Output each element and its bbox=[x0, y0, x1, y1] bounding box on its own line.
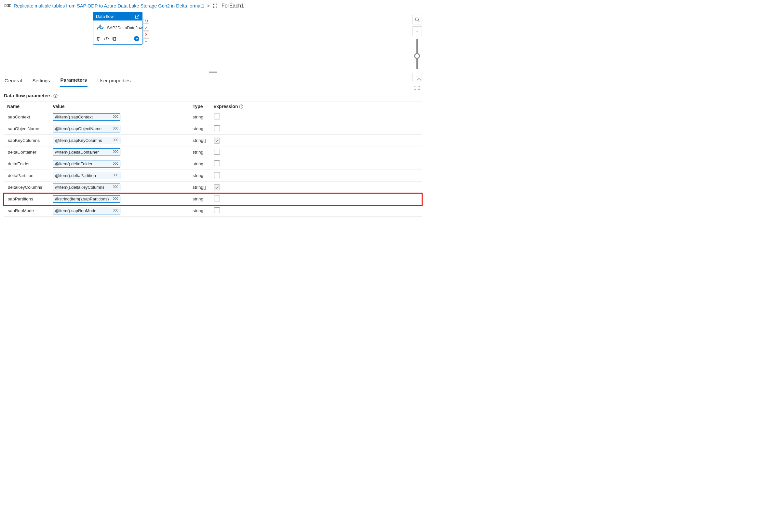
svg-rect-43 bbox=[115, 209, 116, 211]
svg-rect-33 bbox=[113, 174, 114, 176]
activity-card-footer bbox=[93, 34, 142, 44]
svg-rect-17 bbox=[241, 106, 241, 108]
search-icon[interactable] bbox=[412, 15, 422, 24]
zoom-in-icon[interactable]: + bbox=[412, 26, 422, 36]
param-value-text: @item().deltaFolder bbox=[55, 161, 92, 166]
success-handle-icon[interactable]: ✓ bbox=[143, 25, 149, 31]
param-value-cell: @string(item().sapPartitions) bbox=[53, 195, 193, 203]
svg-rect-27 bbox=[113, 151, 114, 153]
expression-checkbox[interactable] bbox=[214, 172, 220, 178]
section-title: Data flow parameters bbox=[4, 93, 422, 98]
svg-rect-38 bbox=[117, 186, 118, 188]
activity-card-body: SAP2DeltaDataflow bbox=[93, 20, 142, 34]
param-value-input[interactable]: @item().sapRunMode bbox=[53, 207, 120, 214]
svg-rect-25 bbox=[115, 139, 116, 141]
svg-rect-14 bbox=[55, 95, 56, 97]
param-value-input[interactable]: @item().deltaKeyColumns bbox=[53, 183, 120, 191]
param-expression-cell bbox=[213, 113, 240, 120]
param-value-input[interactable]: @item().deltaContainer bbox=[53, 148, 120, 156]
table-row: deltaKeyColumns@item().deltaKeyColumnsst… bbox=[4, 181, 422, 193]
param-value-input[interactable]: @item().deltaPartition bbox=[53, 172, 120, 179]
param-value-input[interactable]: @string(item().sapPartitions) bbox=[53, 195, 120, 203]
expression-checkbox[interactable] bbox=[214, 113, 220, 119]
info-icon[interactable] bbox=[239, 105, 243, 109]
activity-name-label: SAP2DeltaDataflow bbox=[107, 26, 143, 30]
activity-output-handles: ✓ ✕ → bbox=[143, 18, 149, 44]
tab-parameters[interactable]: Parameters bbox=[60, 76, 88, 87]
zoom-thumb[interactable] bbox=[414, 53, 420, 59]
param-type: string bbox=[193, 161, 213, 166]
parameters-pane: Data flow parameters Name Value Type Exp… bbox=[0, 87, 426, 217]
zoom-slider[interactable] bbox=[416, 39, 418, 69]
info-icon[interactable] bbox=[53, 94, 58, 98]
expression-checkbox[interactable] bbox=[214, 207, 220, 213]
param-value-text: @item().deltaContainer bbox=[55, 150, 99, 155]
param-value-text: @item().sapObjectName bbox=[55, 126, 102, 131]
dynamic-content-icon[interactable] bbox=[113, 114, 118, 119]
section-title-text: Data flow parameters bbox=[4, 93, 52, 98]
tab-user-properties[interactable]: User properties bbox=[97, 77, 132, 86]
svg-rect-3 bbox=[213, 4, 214, 5]
param-name: deltaFolder bbox=[7, 161, 53, 166]
expression-checkbox[interactable] bbox=[214, 125, 220, 131]
svg-rect-4 bbox=[213, 7, 214, 8]
dynamic-content-icon[interactable] bbox=[113, 185, 118, 190]
undo-handle-icon[interactable] bbox=[143, 18, 149, 24]
tab-settings[interactable]: Settings bbox=[32, 77, 50, 86]
svg-rect-30 bbox=[113, 162, 114, 165]
breadcrumb-link-pipeline[interactable]: Replicate multiple tables from SAP ODP t… bbox=[14, 3, 204, 9]
param-value-text: @item().deltaKeyColumns bbox=[55, 185, 105, 190]
param-expression-cell bbox=[213, 149, 240, 156]
activity-card-header: Data flow bbox=[93, 12, 142, 20]
dynamic-content-icon[interactable] bbox=[113, 150, 118, 155]
svg-rect-26 bbox=[117, 139, 118, 141]
dynamic-content-icon[interactable] bbox=[113, 161, 118, 166]
code-icon[interactable] bbox=[104, 36, 109, 41]
svg-rect-20 bbox=[117, 115, 118, 118]
param-value-cell: @item().sapRunMode bbox=[53, 207, 193, 214]
svg-rect-2 bbox=[10, 4, 11, 7]
dynamic-content-icon[interactable] bbox=[113, 138, 118, 143]
activity-type-label: Data flow bbox=[96, 14, 113, 19]
param-value-input[interactable]: @item().sapContext bbox=[53, 113, 120, 121]
parameters-table: Name Value Type Expression sapContext@it… bbox=[4, 102, 422, 217]
svg-rect-39 bbox=[113, 198, 114, 200]
svg-rect-31 bbox=[115, 162, 116, 165]
delete-icon[interactable] bbox=[96, 36, 101, 41]
param-expression-cell bbox=[213, 138, 240, 143]
param-expression-cell bbox=[213, 125, 240, 132]
param-value-input[interactable]: @item().deltaFolder bbox=[53, 160, 120, 168]
dynamic-content-icon[interactable] bbox=[113, 126, 118, 131]
table-row: sapContext@item().sapContextstring bbox=[4, 111, 422, 123]
failure-handle-icon[interactable]: ✕ bbox=[143, 32, 149, 37]
col-header-expression: Expression bbox=[213, 104, 240, 109]
svg-rect-44 bbox=[117, 209, 118, 211]
table-header: Name Value Type Expression bbox=[4, 102, 422, 111]
svg-rect-21 bbox=[113, 127, 114, 130]
chevron-up-icon[interactable] bbox=[417, 77, 421, 82]
canvas-area[interactable]: Data flow SAP2DeltaDataflow bbox=[0, 12, 426, 71]
dataflow-activity-card[interactable]: Data flow SAP2DeltaDataflow bbox=[93, 12, 142, 45]
dynamic-content-icon[interactable] bbox=[113, 173, 118, 178]
expression-checkbox[interactable] bbox=[214, 196, 220, 202]
dynamic-content-icon[interactable] bbox=[113, 197, 118, 202]
completion-handle-icon[interactable]: → bbox=[143, 38, 149, 44]
expression-checkbox bbox=[214, 138, 220, 143]
expression-checkbox bbox=[214, 184, 220, 190]
svg-point-16 bbox=[241, 105, 241, 106]
expression-checkbox[interactable] bbox=[214, 149, 220, 155]
param-value-cell: @item().deltaPartition bbox=[53, 172, 193, 179]
expression-checkbox[interactable] bbox=[214, 160, 220, 166]
arrow-right-icon[interactable] bbox=[134, 36, 139, 42]
svg-rect-41 bbox=[117, 198, 118, 200]
copy-icon[interactable] bbox=[112, 36, 117, 41]
param-type: string[] bbox=[193, 185, 213, 190]
param-value-input[interactable]: @item().sapKeyColumns bbox=[53, 137, 120, 144]
open-external-icon[interactable] bbox=[135, 14, 139, 19]
tab-general[interactable]: General bbox=[4, 77, 22, 86]
param-value-text: @item().deltaPartition bbox=[55, 173, 96, 178]
dynamic-content-icon[interactable] bbox=[113, 208, 118, 213]
param-value-input[interactable]: @item().sapObjectName bbox=[53, 125, 120, 133]
pipeline-icon bbox=[5, 3, 11, 9]
param-type: string bbox=[193, 150, 213, 155]
